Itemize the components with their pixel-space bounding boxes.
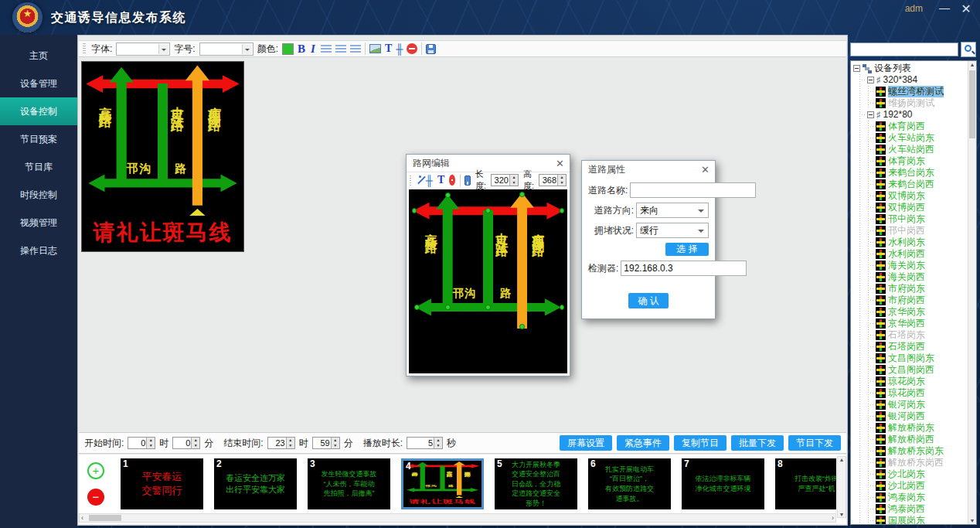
image-icon[interactable] xyxy=(369,44,381,53)
tree-root[interactable]: 设备列表 xyxy=(853,63,976,74)
road-network-icon[interactable]: ╫ xyxy=(426,175,433,186)
detector-field[interactable] xyxy=(621,261,747,276)
tree-item[interactable]: 维扬岗测试 xyxy=(870,97,976,109)
select-button[interactable]: 选 择 xyxy=(665,243,709,256)
tree-item[interactable]: 海关岗西 xyxy=(870,271,976,283)
tree-item[interactable]: 银河岗西 xyxy=(870,410,976,422)
tree-item[interactable]: 水利岗西 xyxy=(870,248,976,260)
tree-item[interactable]: 解放桥岗东 xyxy=(870,422,976,434)
road-network-icon[interactable]: ╫ xyxy=(396,44,403,54)
tree-item[interactable]: 体育岗东 xyxy=(870,155,976,167)
italic-button[interactable]: I xyxy=(309,43,317,56)
delete-icon[interactable] xyxy=(449,175,454,186)
tree-item[interactable]: 鸿泰岗西 xyxy=(870,503,976,515)
sidebar-item-6[interactable]: 时段控制 xyxy=(0,181,77,209)
remove-program-button[interactable]: − xyxy=(87,489,104,506)
tree-scrollbar[interactable]: ▲▼ xyxy=(968,61,976,524)
delete-icon[interactable] xyxy=(407,43,417,54)
road-direction-select[interactable]: 来向 xyxy=(636,203,709,218)
tree-item[interactable]: 石塔岗东 xyxy=(870,329,976,341)
confirm-button[interactable]: 确 认 xyxy=(628,293,669,308)
text-tool-icon[interactable]: T xyxy=(385,43,392,55)
height-stepper[interactable]: 368▲▼ xyxy=(539,174,567,186)
action-button-4[interactable]: 批量下发 xyxy=(731,435,784,451)
sidebar-item-2[interactable]: 设备管理 xyxy=(0,70,77,97)
tree-item[interactable]: 双博岗西 xyxy=(870,202,976,213)
sidebar-item-7[interactable]: 视频管理 xyxy=(0,209,77,237)
align-center-icon[interactable] xyxy=(335,45,346,53)
close-icon[interactable]: ✕ xyxy=(556,158,564,169)
tree-group-192x80[interactable]: ♯192*80 xyxy=(862,109,976,121)
align-left-icon[interactable] xyxy=(321,45,332,53)
search-button[interactable] xyxy=(961,42,976,57)
tree-item[interactable]: 沙北岗西 xyxy=(870,480,976,492)
tree-item[interactable]: 海关岗东 xyxy=(870,260,976,271)
end-hour-stepper[interactable]: 23▲▼ xyxy=(267,437,295,449)
text-tool-icon[interactable]: T xyxy=(437,174,444,186)
end-minute-stepper[interactable]: 59▲▼ xyxy=(312,437,340,449)
congestion-select[interactable]: 缓行 xyxy=(636,223,709,238)
save-icon[interactable] xyxy=(464,175,471,186)
align-right-icon[interactable] xyxy=(350,45,361,53)
sidebar-item-5[interactable]: 节目库 xyxy=(0,153,77,181)
add-program-button[interactable]: + xyxy=(87,462,104,479)
tree-item[interactable]: 火车站岗东 xyxy=(870,132,976,144)
tree-item[interactable]: 文昌阁岗西 xyxy=(870,364,976,376)
program-thumbnail-7[interactable]: 7依法治理非标车辆净化城市交通环境 xyxy=(682,458,764,509)
close-icon[interactable]: ✕ xyxy=(958,2,974,16)
close-icon[interactable]: ✕ xyxy=(701,164,709,175)
action-button-3[interactable]: 复制节目 xyxy=(674,435,726,451)
tree-item[interactable]: 琼花岗西 xyxy=(870,387,976,399)
tree-item[interactable]: 来鹤台岗东 xyxy=(870,167,976,179)
action-button-2[interactable]: 紧急事件 xyxy=(617,435,669,451)
save-icon[interactable] xyxy=(426,44,436,54)
tree-item[interactable]: 鸿泰岗东 xyxy=(870,492,976,503)
tree-item[interactable]: 琼花岗东 xyxy=(870,376,976,387)
color-swatch[interactable] xyxy=(282,43,294,55)
program-thumbnail-5[interactable]: 5大力开展秋冬季交通安全整治百日会战，全力稳定道路交通安全形势！ xyxy=(495,458,577,509)
tree-item[interactable]: 来鹤台岗西 xyxy=(870,179,976,190)
tree-item[interactable]: 解放桥东岗西 xyxy=(870,457,976,468)
program-thumbnail-3[interactable]: 3发生轻微交通事故“人未伤，车能动先拍照，后撤离” xyxy=(308,458,390,509)
tree-item[interactable]: 文昌阁岗东 xyxy=(870,353,976,364)
font-family-select[interactable] xyxy=(116,43,170,56)
tree-item[interactable]: 水利岗东 xyxy=(870,237,976,248)
program-thumbnail-8[interactable]: 8打击改装“炸街严查严处“机 xyxy=(775,458,836,509)
tree-item[interactable]: 解放桥岗西 xyxy=(870,434,976,445)
minimize-icon[interactable]: — xyxy=(937,2,952,14)
tree-item[interactable]: 体育岗西 xyxy=(870,121,976,132)
program-thumbnail-4[interactable]: 4高桥路史可法路瘦西湖路邗沟路请礼让斑马线 xyxy=(401,458,484,509)
start-hour-stepper[interactable]: 0▲▼ xyxy=(128,437,155,449)
tree-item[interactable]: 石塔岗西 xyxy=(870,341,976,353)
length-stepper[interactable]: 320▲▼ xyxy=(491,174,519,186)
tree-item[interactable]: 京华岗西 xyxy=(870,318,976,329)
tree-item[interactable]: 京华岗东 xyxy=(870,306,976,318)
action-button-5[interactable]: 节目下发 xyxy=(788,435,841,451)
sidebar-item-4[interactable]: 节目预案 xyxy=(0,125,77,153)
tree-item[interactable]: 螺丝湾桥测试 xyxy=(870,86,976,97)
horizontal-scrollbar[interactable]: ‹› xyxy=(79,513,836,523)
tree-item[interactable]: 银河岗东 xyxy=(870,399,976,410)
editor-canvas[interactable]: 高桥路史可法路瘦西湖路邗沟路 xyxy=(409,189,567,373)
tree-item[interactable]: 市府岗西 xyxy=(870,295,976,306)
program-thumbnail-2[interactable]: 2春运安全连万家出行平安靠大家 xyxy=(214,458,297,509)
action-button-1[interactable]: 屏幕设置 xyxy=(560,435,612,451)
tree-item[interactable]: 双博岗东 xyxy=(870,190,976,202)
road-name-field[interactable] xyxy=(630,182,756,198)
tree-item[interactable]: 解放桥东岗东 xyxy=(870,445,976,457)
sidebar-item-8[interactable]: 操作日志 xyxy=(0,237,77,264)
tree-item[interactable]: 邗中岗东 xyxy=(870,213,976,225)
start-minute-stepper[interactable]: 0▲▼ xyxy=(172,437,200,449)
screen-preview[interactable]: 高桥路史可法路瘦西湖路邗沟路请礼让斑马线 xyxy=(81,61,244,252)
tree-group-320x384[interactable]: ♯320*384 xyxy=(862,74,976,86)
font-size-select[interactable] xyxy=(199,43,254,56)
tree-item[interactable]: 邗中岗西 xyxy=(870,225,976,237)
sidebar-item-1[interactable]: 主页 xyxy=(0,42,77,70)
tree-item[interactable]: 市府岗东 xyxy=(870,283,976,295)
pen-icon[interactable] xyxy=(416,175,421,186)
bold-button[interactable]: B xyxy=(298,43,305,56)
search-input[interactable] xyxy=(850,43,958,56)
program-thumbnail-1[interactable]: 1平安春运交警同行 xyxy=(121,458,203,509)
duration-stepper[interactable]: 5▲▼ xyxy=(407,437,443,449)
sidebar-item-3[interactable]: 设备控制 xyxy=(0,97,77,125)
